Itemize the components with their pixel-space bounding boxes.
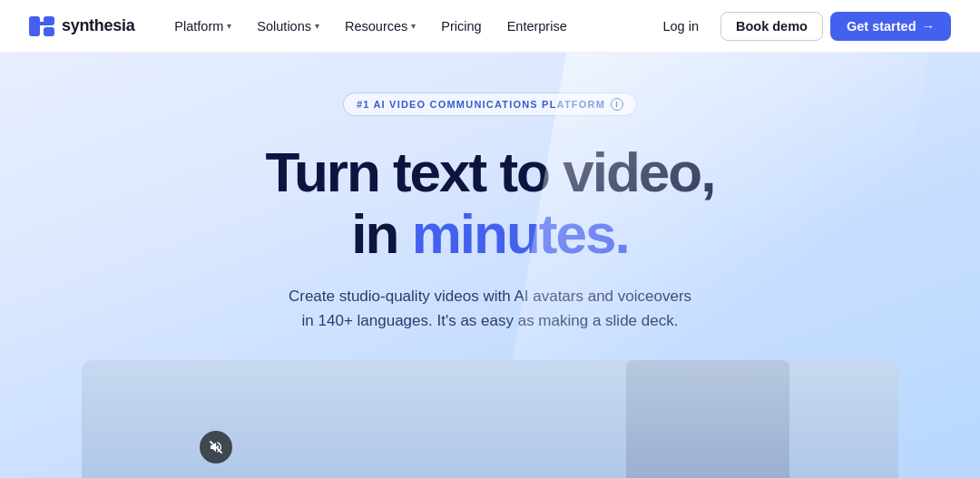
info-icon[interactable]: i [611, 98, 623, 111]
navbar: synthesia Platform ▾ Solutions ▾ Resourc… [0, 0, 980, 53]
platform-chevron-icon: ▾ [227, 21, 231, 31]
hero-section: #1 AI VIDEO COMMUNICATIONS PLATFORM i Tu… [0, 53, 980, 478]
person-image [626, 360, 789, 478]
hero-subtext: Create studio-quality videos with AI ava… [281, 285, 699, 333]
nav-enterprise[interactable]: Enterprise [496, 14, 578, 39]
nav-resources[interactable]: Resources ▾ [334, 14, 426, 39]
hero-headline: Turn text to video, in minutes. [266, 141, 715, 265]
video-placeholder [82, 360, 898, 478]
badge-text: #1 AI VIDEO COMMUNICATIONS PLATFORM [357, 99, 605, 110]
badge: #1 AI VIDEO COMMUNICATIONS PLATFORM i [343, 93, 637, 116]
svg-rect-2 [44, 27, 54, 36]
svg-rect-0 [29, 16, 40, 36]
login-button[interactable]: Log in [648, 13, 713, 40]
get-started-nav-button[interactable]: Get started → [830, 12, 951, 41]
video-person [626, 360, 789, 478]
nav-solutions[interactable]: Solutions ▾ [246, 14, 330, 39]
brand-name: synthesia [62, 16, 134, 35]
nav-platform[interactable]: Platform ▾ [163, 14, 242, 39]
headline-highlight: minutes. [412, 202, 629, 265]
nav-links: Platform ▾ Solutions ▾ Resources ▾ Prici… [163, 14, 648, 39]
arrow-icon: → [922, 19, 936, 34]
nav-right: Log in Book demo Get started → [648, 12, 951, 41]
mute-icon [209, 440, 223, 454]
svg-rect-3 [34, 22, 49, 25]
logo-link[interactable]: synthesia [29, 16, 134, 36]
resources-chevron-icon: ▾ [411, 21, 416, 31]
video-strip [82, 360, 898, 478]
mute-button[interactable] [200, 431, 232, 463]
solutions-chevron-icon: ▾ [315, 21, 319, 31]
nav-pricing[interactable]: Pricing [430, 14, 492, 39]
book-demo-button[interactable]: Book demo [720, 12, 823, 41]
synthesia-logo-icon [29, 16, 54, 36]
